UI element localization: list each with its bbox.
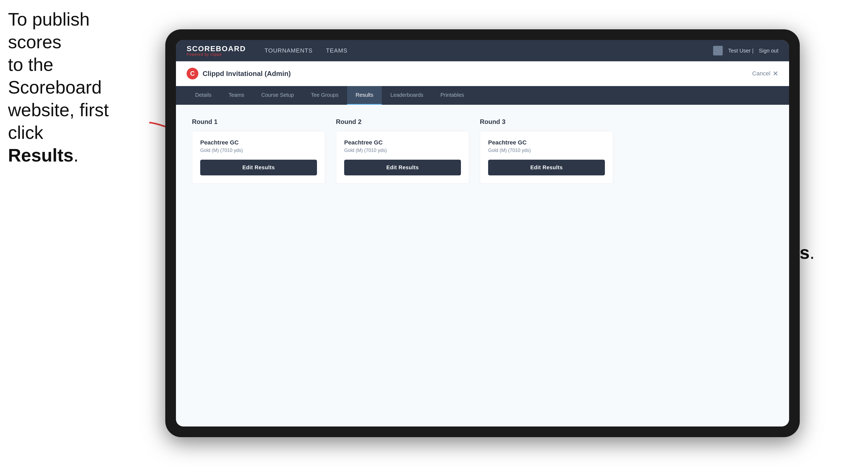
round-3-column: Round 3 Peachtree GC Gold (M) (7010 yds)… xyxy=(480,118,613,184)
tab-printables[interactable]: Printables xyxy=(432,86,473,105)
nav-right: Test User | Sign out xyxy=(713,46,778,56)
round-3-edit-results-button[interactable]: Edit Results xyxy=(488,160,605,176)
round-2-column: Round 2 Peachtree GC Gold (M) (7010 yds)… xyxy=(336,118,469,184)
round-1-column: Round 1 Peachtree GC Gold (M) (7010 yds)… xyxy=(192,118,325,184)
user-label: Test User | xyxy=(728,48,753,54)
tab-leaderboards[interactable]: Leaderboards xyxy=(382,86,432,105)
logo-main-text: SCOREBOARD xyxy=(187,45,246,53)
round-2-course-name: Peachtree GC xyxy=(344,139,461,146)
round-1-card: Peachtree GC Gold (M) (7010 yds) Edit Re… xyxy=(192,131,325,184)
main-content: Round 1 Peachtree GC Gold (M) (7010 yds)… xyxy=(176,105,789,427)
rounds-grid: Round 1 Peachtree GC Gold (M) (7010 yds)… xyxy=(192,118,773,184)
round-2-edit-results-button[interactable]: Edit Results xyxy=(344,160,461,176)
app-nav: SCOREBOARD Powered by clippd TOURNAMENTS… xyxy=(176,40,789,61)
round-1-course-name: Peachtree GC xyxy=(200,139,317,146)
round-1-edit-results-button[interactable]: Edit Results xyxy=(200,160,317,176)
results-emphasis: Results xyxy=(8,145,73,165)
tournament-name: Clippd Invitational (Admin) xyxy=(203,69,291,78)
instruction-left-text: To publish scoresto the Scoreboardwebsit… xyxy=(8,9,109,165)
round-2-title: Round 2 xyxy=(336,118,469,126)
round-3-title: Round 3 xyxy=(480,118,613,126)
sign-out-link[interactable]: Sign out xyxy=(759,48,778,54)
round-3-course-name: Peachtree GC xyxy=(488,139,605,146)
logo-sub-text: Powered by clippd xyxy=(187,53,246,56)
tab-details[interactable]: Details xyxy=(187,86,220,105)
tablet-screen: SCOREBOARD Powered by clippd TOURNAMENTS… xyxy=(176,40,789,427)
tab-nav: Details Teams Course Setup Tee Groups Re… xyxy=(176,86,789,105)
tab-tee-groups[interactable]: Tee Groups xyxy=(302,86,347,105)
round-3-card: Peachtree GC Gold (M) (7010 yds) Edit Re… xyxy=(480,131,613,184)
nav-links: TOURNAMENTS TEAMS xyxy=(265,47,347,54)
tab-course-setup[interactable]: Course Setup xyxy=(253,86,302,105)
round-1-course-detail: Gold (M) (7010 yds) xyxy=(200,148,317,153)
round-1-title: Round 1 xyxy=(192,118,325,126)
tournament-icon: C xyxy=(187,68,198,80)
tab-results[interactable]: Results xyxy=(347,86,382,105)
nav-tournaments[interactable]: TOURNAMENTS xyxy=(265,47,313,54)
instruction-left: To publish scoresto the Scoreboardwebsit… xyxy=(8,8,109,166)
tournament-header: C Clippd Invitational (Admin) Cancel ✕ xyxy=(176,61,789,86)
round-3-course-detail: Gold (M) (7010 yds) xyxy=(488,148,605,153)
nav-teams[interactable]: TEAMS xyxy=(326,47,348,54)
cancel-button[interactable]: Cancel ✕ xyxy=(752,69,778,78)
round-2-course-detail: Gold (M) (7010 yds) xyxy=(344,148,461,153)
user-icon xyxy=(713,46,723,56)
tab-teams[interactable]: Teams xyxy=(220,86,253,105)
tablet-frame: SCOREBOARD Powered by clippd TOURNAMENTS… xyxy=(165,29,800,437)
close-icon: ✕ xyxy=(773,69,778,78)
tournament-title: C Clippd Invitational (Admin) xyxy=(187,68,752,80)
round-2-card: Peachtree GC Gold (M) (7010 yds) Edit Re… xyxy=(336,131,469,184)
scoreboard-logo: SCOREBOARD Powered by clippd xyxy=(187,45,246,56)
